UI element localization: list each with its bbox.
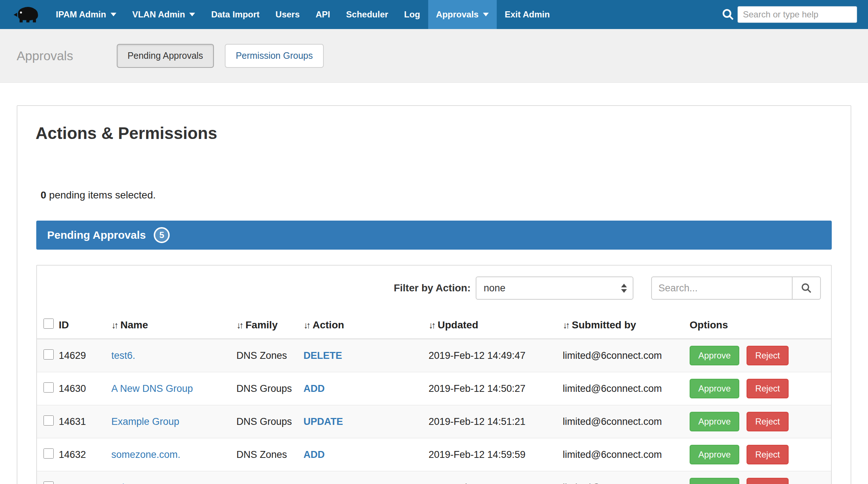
sort-icon[interactable]: ↓↑ (563, 320, 568, 331)
select-all-checkbox[interactable] (44, 319, 54, 329)
nav-item-users[interactable]: Users (268, 0, 308, 29)
approvals-table-container: Filter by Action: none (36, 265, 832, 484)
nav-item-scheduler[interactable]: Scheduler (338, 0, 396, 29)
row-name-link[interactable]: A New DNS Group (111, 383, 193, 394)
filter-action-value: none (484, 283, 505, 294)
nav-item-label: Users (276, 9, 300, 20)
column-header-label: Updated (438, 319, 478, 331)
approvals-table: ID ↓↑Name ↓↑Family ↓↑Action ↓↑Updated ↓↑… (37, 313, 831, 484)
nav-item-api[interactable]: API (308, 0, 338, 29)
row-updated: 2019-Feb-12 14:51:21 (429, 405, 563, 438)
nav-item-label: API (316, 9, 330, 20)
actions-permissions-panel: Actions & Permissions 0 pending items se… (17, 105, 851, 484)
row-submitted-by: limited@6connect.com (563, 339, 690, 372)
column-header-submitted-by[interactable]: ↓↑Submitted by (563, 313, 690, 339)
chevron-down-icon (483, 13, 489, 16)
column-header-family[interactable]: ↓↑Family (236, 313, 303, 339)
row-name-link[interactable]: somezone.com. (111, 449, 181, 460)
column-header-updated[interactable]: ↓↑Updated (429, 313, 563, 339)
column-header-name[interactable]: ↓↑Name (111, 313, 236, 339)
row-id: 14631 (59, 405, 111, 438)
table-search-input[interactable] (651, 276, 792, 300)
row-updated: 2019-Feb-12 14:50:27 (429, 372, 563, 405)
reject-button[interactable]: Reject (747, 412, 789, 431)
row-updated: 2019-Feb-12 14:49:47 (429, 339, 563, 372)
tab-pending-approvals[interactable]: Pending Approvals (117, 44, 214, 68)
nav-item-label: Log (404, 9, 420, 20)
help-search (722, 0, 857, 29)
nav-item-approvals[interactable]: Approvals (428, 0, 497, 29)
column-header-label: Submitted by (572, 319, 636, 331)
row-updated: 2019-Feb-12 14:59:59 (429, 438, 563, 471)
row-action-link[interactable]: ADD (303, 383, 325, 394)
sort-icon[interactable]: ↓↑ (236, 320, 242, 331)
row-submitted-by: limited@6connect.com (563, 471, 690, 484)
row-updated: 2019-Feb-12 15:00:29 (429, 471, 563, 484)
selected-count-line: 0 pending items selected. (41, 189, 851, 201)
top-navbar: IPAM Admin VLAN Admin Data Import Users … (0, 0, 868, 29)
column-header-label: Family (245, 319, 278, 331)
column-header-label: Action (313, 319, 344, 331)
page-title: Approvals (17, 49, 73, 63)
row-checkbox[interactable] (44, 481, 54, 484)
nav-item-vlan-admin[interactable]: VLAN Admin (124, 0, 203, 29)
column-header-label: Name (120, 319, 148, 331)
sort-icon[interactable]: ↓↑ (111, 320, 117, 331)
nav-item-data-import[interactable]: Data Import (203, 0, 267, 29)
column-header-options: Options (690, 313, 831, 339)
approve-button[interactable]: Approve (690, 445, 739, 464)
nav-item-label: Exit Admin (505, 9, 550, 20)
row-submitted-by: limited@6connect.com (563, 405, 690, 438)
pending-approvals-title: Pending Approvals (47, 229, 146, 241)
row-name-link[interactable]: Example Group (111, 416, 179, 427)
rhino-logo-icon (13, 4, 41, 25)
row-id: 14632 (59, 438, 111, 471)
search-icon (722, 8, 735, 21)
nav-item-label: Scheduler (346, 9, 388, 20)
reject-button[interactable]: Reject (747, 478, 789, 484)
table-row: 14630 A New DNS Group DNS Groups ADD 201… (37, 372, 831, 405)
select-arrows-icon (621, 284, 627, 293)
reject-button[interactable]: Reject (747, 379, 789, 398)
row-family: DNS Groups (236, 405, 303, 438)
column-header-id[interactable]: ID (59, 313, 111, 339)
row-checkbox[interactable] (44, 382, 54, 393)
tab-permission-groups[interactable]: Permission Groups (225, 44, 324, 68)
approve-button[interactable]: Approve (690, 412, 739, 431)
reject-button[interactable]: Reject (747, 445, 789, 464)
row-name-link[interactable]: 2abczone.com. (111, 482, 178, 484)
row-checkbox[interactable] (44, 349, 54, 360)
row-family: DNS Zones (236, 438, 303, 471)
selected-count-text: pending items selected. (49, 189, 156, 201)
table-row: 14632 somezone.com. DNS Zones ADD 2019-F… (37, 438, 831, 471)
nav-item-log[interactable]: Log (396, 0, 428, 29)
row-id: 14629 (59, 339, 111, 372)
approve-button[interactable]: Approve (690, 379, 739, 398)
filter-action-select[interactable]: none (476, 276, 633, 300)
nav-item-ipam-admin[interactable]: IPAM Admin (48, 0, 124, 29)
search-icon (801, 282, 812, 294)
row-action-link[interactable]: DELETE (303, 350, 342, 361)
nav-item-exit-admin[interactable]: Exit Admin (497, 0, 558, 29)
row-action-link[interactable]: ADD (303, 449, 325, 460)
pending-count-badge: 5 (154, 227, 170, 243)
approve-button[interactable]: Approve (690, 478, 739, 484)
row-action-link[interactable]: BACKGROUNDPUSH (303, 482, 402, 484)
row-submitted-by: limited@6connect.com (563, 438, 690, 471)
approve-button[interactable]: Approve (690, 346, 739, 365)
reject-button[interactable]: Reject (747, 346, 789, 365)
table-header-row: ID ↓↑Name ↓↑Family ↓↑Action ↓↑Updated ↓↑… (37, 313, 831, 339)
nav-item-label: IPAM Admin (56, 9, 106, 20)
help-search-input[interactable] (737, 6, 857, 23)
sort-icon[interactable]: ↓↑ (303, 320, 309, 331)
row-checkbox[interactable] (44, 415, 54, 426)
logo[interactable] (11, 0, 48, 29)
column-header-action[interactable]: ↓↑Action (303, 313, 429, 339)
section-heading: Actions & Permissions (36, 123, 832, 143)
table-search-button[interactable] (792, 276, 821, 300)
row-name-link[interactable]: test6. (111, 350, 135, 361)
nav-item-label: Data Import (211, 9, 259, 20)
row-checkbox[interactable] (44, 448, 54, 459)
row-action-link[interactable]: UPDATE (303, 416, 343, 427)
sort-icon[interactable]: ↓↑ (429, 320, 434, 331)
